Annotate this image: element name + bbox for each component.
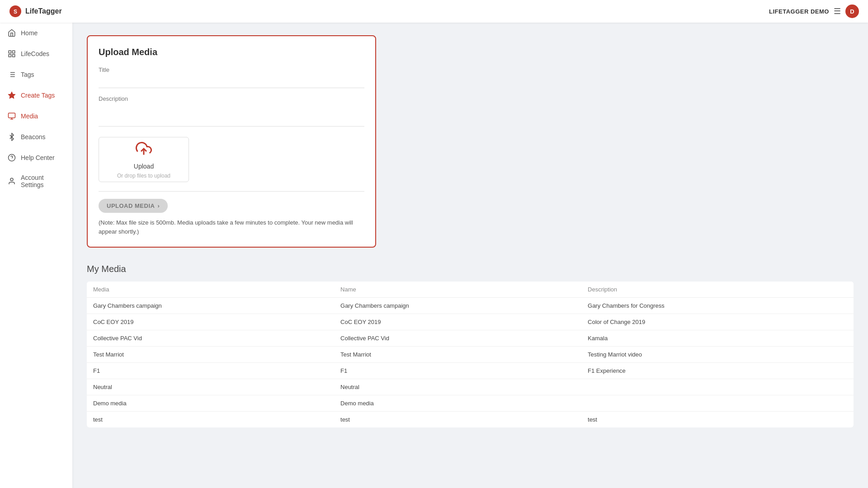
description-label: Description <box>99 95 364 102</box>
table-row[interactable]: F1F1F1 Experience <box>87 363 854 379</box>
description-input[interactable] <box>99 104 364 127</box>
star-icon <box>7 91 16 100</box>
account-icon <box>7 177 16 186</box>
table-row[interactable]: Collective PAC VidCollective PAC VidKama… <box>87 330 854 347</box>
sidebar-item-beacons[interactable]: Beacons <box>0 127 72 147</box>
sidebar-item-tags[interactable]: Tags <box>0 64 72 85</box>
sidebar-label-lifecodes: LifeCodes <box>21 50 49 57</box>
chevron-right-icon: › <box>157 202 160 209</box>
cell-name: Test Marriot <box>334 347 581 363</box>
my-media-section: My Media Media Name Description Gary Cha… <box>87 264 854 427</box>
cell-media: Neutral <box>87 379 334 395</box>
topbar-brand-text: LifeTagger <box>25 7 62 15</box>
dropzone-label: Upload <box>134 163 154 170</box>
upload-card-title: Upload Media <box>99 47 364 57</box>
cell-description <box>581 379 854 395</box>
col-media: Media <box>87 282 334 298</box>
upload-media-button[interactable]: UPLOAD MEDIA › <box>99 199 168 213</box>
file-dropzone[interactable]: Upload Or drop files to upload <box>99 137 189 182</box>
title-label: Title <box>99 66 364 73</box>
upload-media-card: Upload Media Title Description <box>87 35 376 248</box>
table-row[interactable]: Gary Chambers campaignGary Chambers camp… <box>87 298 854 314</box>
svg-rect-5 <box>13 55 15 57</box>
cell-description: F1 Experience <box>581 363 854 379</box>
svg-rect-2 <box>9 51 11 53</box>
cell-name: Collective PAC Vid <box>334 330 581 347</box>
svg-rect-13 <box>9 113 15 118</box>
table-row[interactable]: testtesttest <box>87 412 854 428</box>
menu-icon[interactable]: ☰ <box>834 6 841 16</box>
sidebar-label-tags: Tags <box>21 71 34 78</box>
sidebar-label-account-settings: Account Settings <box>21 174 65 188</box>
cell-description: Kamala <box>581 330 854 347</box>
cell-description: Color of Change 2019 <box>581 314 854 330</box>
table-row[interactable]: CoC EOY 2019CoC EOY 2019Color of Change … <box>87 314 854 330</box>
cell-name: CoC EOY 2019 <box>334 314 581 330</box>
help-icon <box>7 153 16 162</box>
sidebar-label-help-center: Help Center <box>21 154 55 161</box>
upload-cloud-icon <box>136 141 152 160</box>
cell-description: test <box>581 412 854 428</box>
sidebar: Home LifeCodes Tags <box>0 23 72 488</box>
col-description: Description <box>581 282 854 298</box>
cell-name: Neutral <box>334 379 581 395</box>
col-name: Name <box>334 282 581 298</box>
cell-description: Testing Marriot video <box>581 347 854 363</box>
cell-name: Gary Chambers campaign <box>334 298 581 314</box>
svg-marker-12 <box>9 92 15 99</box>
cell-media: F1 <box>87 363 334 379</box>
table-row[interactable]: Test MarriotTest MarriotTesting Marriot … <box>87 347 854 363</box>
sidebar-item-create-tags[interactable]: Create Tags <box>0 85 72 106</box>
cell-media: Test Marriot <box>87 347 334 363</box>
sidebar-label-media: Media <box>21 113 38 120</box>
list-icon <box>7 70 16 79</box>
sidebar-label-home: Home <box>21 29 38 37</box>
home-icon <box>7 28 16 38</box>
grid-icon <box>7 49 16 58</box>
dropzone-wrapper: Upload Or drop files to upload <box>99 137 364 192</box>
description-field: Description <box>99 95 364 128</box>
cell-media: test <box>87 412 334 428</box>
topbar-right-area: LIFETAGGER DEMO ☰ D <box>769 5 859 18</box>
svg-text:S: S <box>14 9 17 15</box>
main-content: Upload Media Title Description <box>72 23 868 488</box>
svg-point-18 <box>10 178 13 181</box>
cell-name: test <box>334 412 581 428</box>
dropzone-hint: Or drop files to upload <box>117 173 170 179</box>
main-wrapper: Home LifeCodes Tags <box>0 23 868 488</box>
media-table: Media Name Description Gary Chambers cam… <box>87 282 854 427</box>
sidebar-label-create-tags: Create Tags <box>21 92 55 99</box>
svg-rect-3 <box>13 51 15 53</box>
cell-name: Demo media <box>334 395 581 412</box>
table-row[interactable]: NeutralNeutral <box>87 379 854 395</box>
cell-name: F1 <box>334 363 581 379</box>
topbar: S LifeTagger LIFETAGGER DEMO ☰ D <box>0 0 868 23</box>
cell-description: Gary Chambers for Congress <box>581 298 854 314</box>
title-input[interactable] <box>99 75 364 88</box>
cell-media: Demo media <box>87 395 334 412</box>
topbar-username: LIFETAGGER DEMO <box>769 8 829 15</box>
my-media-title: My Media <box>87 264 854 274</box>
cell-description <box>581 395 854 412</box>
bluetooth-icon <box>7 132 16 141</box>
sidebar-item-lifecodes[interactable]: LifeCodes <box>0 43 72 64</box>
cell-media: Gary Chambers campaign <box>87 298 334 314</box>
svg-rect-4 <box>9 55 11 57</box>
media-icon <box>7 112 16 121</box>
table-row[interactable]: Demo mediaDemo media <box>87 395 854 412</box>
upload-button-label: UPLOAD MEDIA <box>107 202 155 209</box>
cell-media: Collective PAC Vid <box>87 330 334 347</box>
user-avatar[interactable]: D <box>845 5 859 18</box>
sidebar-label-beacons: Beacons <box>21 133 45 141</box>
title-field: Title <box>99 66 364 88</box>
sidebar-item-home[interactable]: Home <box>0 23 72 43</box>
topbar-logo-icon: S <box>9 5 22 18</box>
table-header-row: Media Name Description <box>87 282 854 298</box>
topbar-brand-area: S LifeTagger <box>9 5 62 18</box>
sidebar-item-help-center[interactable]: Help Center <box>0 147 72 168</box>
sidebar-item-account-settings[interactable]: Account Settings <box>0 168 72 194</box>
upload-note: (Note: Max file size is 500mb. Media upl… <box>99 218 364 236</box>
cell-media: CoC EOY 2019 <box>87 314 334 330</box>
sidebar-item-media[interactable]: Media <box>0 106 72 127</box>
